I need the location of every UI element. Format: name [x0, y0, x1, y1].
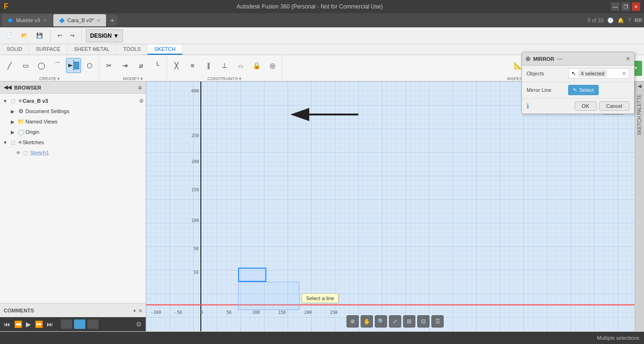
- undo-button[interactable]: ↩: [54, 29, 65, 42]
- tab-tools[interactable]: TOOLS: [116, 44, 148, 55]
- play-button[interactable]: ▶: [26, 320, 31, 328]
- comments-add-button[interactable]: +: [133, 308, 136, 313]
- line-tool[interactable]: ╱: [2, 58, 17, 73]
- comments-collapse[interactable]: ≡: [139, 308, 142, 313]
- viewport[interactable]: 600 250 200 150 100 50 10 0 -50 -100 50 …: [146, 82, 644, 331]
- rectangle-tool[interactable]: ▭: [18, 58, 33, 73]
- parallel-tool[interactable]: ∥: [201, 58, 216, 73]
- tree-settings-cara-b[interactable]: ⚙: [139, 98, 144, 104]
- tree-label-named-views: Named Views: [25, 119, 144, 124]
- concentric-tool[interactable]: ◎: [265, 58, 280, 73]
- close-button[interactable]: ✕: [632, 2, 640, 11]
- timeline-tick-1[interactable]: [61, 319, 72, 329]
- arc-tool[interactable]: ⌒: [50, 58, 65, 73]
- redo-button[interactable]: ↪: [67, 29, 78, 42]
- new-button[interactable]: 📄: [3, 29, 16, 42]
- tabbar: 🔷 Mueble v3 ✕ 🔷 Cara_B v3* ✕ + 9 of 10 🕐…: [0, 13, 644, 27]
- polygon-tool[interactable]: ⬡: [82, 58, 97, 73]
- minimize-button[interactable]: —: [611, 2, 619, 11]
- break-tool[interactable]: ⌀: [133, 58, 149, 73]
- scale-h-150: 150: [278, 310, 286, 315]
- objects-value-box[interactable]: ↖ 4 selected ✕: [568, 68, 629, 79]
- tab-cara-b-close[interactable]: ✕: [97, 18, 100, 23]
- tree-item-named-views[interactable]: ▶ 📁 Named Views: [8, 116, 146, 127]
- tab-solid[interactable]: SOLID: [0, 44, 29, 55]
- palette-arrow-top[interactable]: ◀: [636, 82, 644, 90]
- zoom-fit-button[interactable]: ⤢: [389, 315, 401, 328]
- design-label: DESIGN: [90, 33, 112, 39]
- collinear-tool[interactable]: ≡: [185, 58, 200, 73]
- clear-selection-icon[interactable]: ✕: [622, 71, 626, 77]
- design-dropdown[interactable]: DESIGN ▼: [86, 29, 123, 42]
- fillet-tool[interactable]: ╰: [149, 58, 165, 73]
- tab-cara-b[interactable]: 🔷 Cara_B v3* ✕: [53, 14, 106, 26]
- new-icon: 📄: [6, 33, 13, 39]
- comments-label: COMMENTS: [4, 308, 34, 313]
- mirror-line-select-button[interactable]: ↖ Select: [568, 85, 599, 95]
- pan-button[interactable]: ✋: [361, 315, 373, 328]
- mirror-panel-minimize[interactable]: —: [557, 56, 563, 62]
- restore-button[interactable]: ❐: [621, 2, 630, 11]
- tree-visible-sketches[interactable]: 👁: [18, 140, 23, 145]
- tree-item-doc-settings[interactable]: ▶ ⚙ Document Settings: [8, 106, 146, 116]
- tree-visible-cara-b[interactable]: 👁: [18, 98, 23, 104]
- ok-button[interactable]: OK: [575, 101, 596, 111]
- comments-panel: COMMENTS + ≡: [0, 303, 146, 317]
- save-button[interactable]: 💾: [33, 29, 46, 42]
- tree-item-sketch1[interactable]: ▶ 👁 ◻ Sketch1: [8, 147, 146, 158]
- timeline-tick-2[interactable]: [74, 319, 85, 329]
- tab-cara-b-icon: 🔷: [59, 18, 65, 23]
- grid-button[interactable]: ⊟: [417, 315, 429, 328]
- tree-item-sketches[interactable]: ▼ ◻ 👁 Sketches: [0, 137, 146, 147]
- settings-icon[interactable]: ⚙: [136, 320, 142, 328]
- play-start-button[interactable]: ⏮: [4, 320, 10, 328]
- create-tools: ╱ ▭ ◯ ⌒ ⬡: [2, 55, 97, 75]
- tooltip-text: Select a line: [306, 295, 334, 301]
- timeline-tick-3[interactable]: [87, 319, 99, 329]
- tab-sheet-metal[interactable]: SHEET METAL: [67, 44, 116, 55]
- extend-tool[interactable]: ⇥: [117, 58, 132, 73]
- tab-mueble-close[interactable]: ✕: [43, 18, 47, 23]
- browser-collapse-right[interactable]: ≡: [138, 84, 142, 91]
- browser-collapse-left[interactable]: ◀◀: [4, 84, 11, 90]
- sketch-palette-label[interactable]: SKETCH PALETTE: [636, 90, 643, 139]
- mirror-tool[interactable]: [66, 58, 81, 73]
- mirror-panel-close[interactable]: ✕: [626, 56, 630, 62]
- mirror-tool-icon: [66, 58, 81, 73]
- play-next-button[interactable]: ⏩: [35, 320, 43, 328]
- tangent-tool[interactable]: ⌓: [233, 58, 248, 73]
- play-end-button[interactable]: ⏭: [47, 320, 53, 328]
- more-button[interactable]: ☰: [431, 315, 444, 328]
- tab-counter: 9 of 10: [587, 17, 603, 23]
- tree-arrow-named-views: ▶: [9, 119, 16, 124]
- lock-tool[interactable]: 🔒: [249, 58, 264, 73]
- objects-row: Objects ↖ 4 selected ✕: [522, 66, 634, 82]
- tree-item-cara-b[interactable]: ▼ ◻ 👁 Cara_B v3 ⚙: [0, 96, 146, 106]
- coincident-tool[interactable]: ╳: [169, 58, 184, 73]
- tab-mueble-icon: 🔷: [8, 18, 13, 23]
- display-mode-button[interactable]: ⊞: [403, 315, 415, 328]
- tree-arrow-origin: ▶: [9, 130, 16, 135]
- new-tab-button[interactable]: +: [107, 15, 117, 25]
- orbit-button[interactable]: ⊕: [347, 315, 359, 328]
- tab-surface[interactable]: SURFACE: [29, 44, 67, 55]
- tree-icon-sketches: ◻: [9, 139, 17, 146]
- tab-sketch[interactable]: SKETCH: [148, 44, 182, 55]
- tab-mueble[interactable]: 🔷 Mueble v3 ✕: [2, 14, 52, 26]
- cancel-button[interactable]: Cancel: [599, 101, 629, 111]
- open-button[interactable]: 📂: [18, 29, 31, 42]
- tree-item-origin[interactable]: ▶ ◯ Origin: [8, 127, 146, 137]
- mirror-panel-dot: [526, 57, 530, 61]
- playback-right: ⚙: [136, 320, 142, 328]
- tree-visible-sketch1[interactable]: 👁: [16, 150, 21, 156]
- play-prev-button[interactable]: ⏪: [14, 320, 22, 328]
- main-content: ◀◀ BROWSER ≡ ▼ ◻ 👁 Cara_B v3 ⚙ ▶ ⚙ Docum…: [0, 82, 644, 331]
- circle-tool[interactable]: ◯: [34, 58, 49, 73]
- zoom-button[interactable]: 🔍: [375, 315, 387, 328]
- create-label: CREATE ▾: [39, 76, 59, 81]
- trim-tool[interactable]: ✂: [101, 58, 116, 73]
- bottom-toolbar: ⊕ ✋ 🔍 ⤢ ⊞ ⊟ ☰: [347, 315, 444, 328]
- tree-icon-cara-b: ◻: [9, 98, 17, 104]
- perp-tool[interactable]: ⊥: [217, 58, 232, 73]
- user-avatar: RR: [635, 17, 642, 23]
